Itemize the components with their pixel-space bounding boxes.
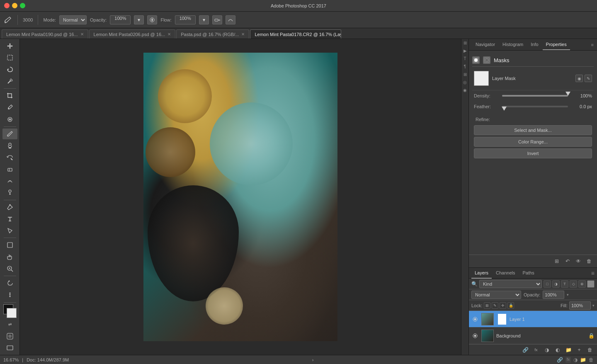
lb-mask-icon[interactable]: ◑ [542, 345, 551, 354]
filter-adjust-icon[interactable]: ◑ [552, 280, 560, 288]
filter-dot[interactable]: · [587, 280, 595, 288]
density-slider[interactable] [502, 93, 568, 99]
switch-colors-icon[interactable]: ⇄ [2, 319, 17, 330]
mask-action-2[interactable]: ✎ [585, 75, 592, 82]
target-icon[interactable]: ◉ [463, 88, 467, 92]
tab-close-2[interactable]: ✕ [241, 32, 245, 36]
masks-pixel-icon[interactable] [472, 56, 480, 64]
stamp-tool[interactable] [2, 140, 17, 151]
magic-wand-tool[interactable] [2, 76, 17, 87]
brush-tool[interactable] [2, 129, 17, 139]
tab-properties[interactable]: Properties [543, 39, 570, 50]
type-tool[interactable] [2, 214, 17, 224]
maximize-button[interactable] [20, 3, 25, 8]
status-fx-icon[interactable]: fx [565, 357, 571, 363]
filter-type-icon[interactable]: T [561, 280, 568, 288]
color-swatches[interactable] [2, 304, 17, 318]
status-link-icon[interactable]: 🔗 [557, 357, 563, 363]
mode-select[interactable]: Normal [59, 15, 87, 24]
lasso-tool[interactable] [2, 64, 17, 75]
pb-icon-grid[interactable]: ⊞ [552, 257, 561, 266]
lock-pixel-icon[interactable]: ⊞ [484, 302, 490, 309]
marquee-tool[interactable] [2, 52, 17, 63]
tab-0[interactable]: Lemon Mint Pasta0190.psd @ 16... ✕ [2, 29, 88, 39]
layer-item-background[interactable]: Background 🔒 [469, 328, 597, 344]
path-selection-tool[interactable] [2, 225, 17, 236]
status-mask-icon[interactable]: ◑ [573, 357, 578, 363]
quick-mask-icon[interactable] [2, 331, 17, 342]
blend-mode-select[interactable]: Normal [471, 291, 521, 299]
status-folder-icon[interactable]: 📁 [580, 357, 586, 363]
masks-vector-icon[interactable] [483, 56, 490, 64]
layers-menu-icon[interactable]: ≡ [591, 270, 595, 277]
brush-tool-icon[interactable] [3, 15, 12, 24]
opacity-arrow[interactable]: ▾ [567, 293, 569, 297]
blur-tool[interactable] [2, 175, 17, 186]
type-icon[interactable]: T [464, 56, 466, 61]
flow-value[interactable]: 100% [175, 15, 196, 24]
lock-draw-icon[interactable]: ✎ [492, 302, 498, 309]
lb-new-layer-icon[interactable]: + [575, 345, 584, 354]
pb-icon-eye[interactable]: 👁 [574, 257, 583, 266]
layers-tab-paths[interactable]: Paths [519, 268, 538, 279]
fill-input[interactable] [569, 301, 591, 310]
background-color[interactable] [7, 308, 17, 318]
fill-arrow[interactable]: ▾ [592, 303, 595, 308]
zoom-tool[interactable] [2, 263, 17, 274]
paragraph-icon[interactable]: ¶ [464, 64, 466, 69]
layers-tab-channels[interactable]: Channels [493, 268, 518, 279]
filter-smart-icon[interactable]: ⊕ [578, 280, 586, 288]
opacity-arrow[interactable]: ▾ [134, 15, 144, 24]
tab-close-0[interactable]: ✕ [80, 32, 84, 36]
eraser-tool[interactable] [2, 164, 17, 175]
feather-thumb[interactable] [502, 107, 507, 111]
lock-all-icon[interactable]: 🔒 [507, 302, 514, 309]
tab-navigator[interactable]: Navigator [472, 39, 498, 50]
layer1-mask-thumbnail[interactable] [497, 313, 507, 325]
tab-info[interactable]: Info [527, 39, 541, 50]
opacity-input[interactable] [543, 291, 564, 299]
status-arrow-icon[interactable]: › [312, 357, 314, 362]
hand-tool[interactable] [2, 252, 17, 262]
lb-fx-icon[interactable]: fx [531, 345, 541, 354]
airbrush-icon[interactable] [212, 15, 222, 24]
lb-delete-icon[interactable]: 🗑 [585, 345, 595, 354]
pen-tool[interactable] [2, 201, 17, 212]
tab-3[interactable]: Lemon Mint Pasta0178.CR2 @ 16.7% (Layer … [250, 29, 341, 39]
pressure-opacity-icon[interactable] [147, 15, 157, 24]
eyedropper-tool[interactable] [2, 102, 17, 113]
pb-icon-trash[interactable]: 🗑 [585, 257, 594, 266]
play-icon[interactable]: ▶ [464, 49, 467, 53]
density-thumb[interactable] [565, 92, 570, 96]
layers-filter-select[interactable]: Kind [479, 280, 542, 288]
pb-icon-back[interactable]: ↶ [563, 257, 572, 266]
select-mask-button[interactable]: Select and Mask... [474, 125, 592, 135]
tab-1[interactable]: Lemon Mint Pasta0206.psd @ 16... ✕ [89, 29, 176, 39]
lb-group-icon[interactable]: 📁 [564, 345, 573, 354]
dodge-tool[interactable] [2, 187, 17, 198]
close-button[interactable] [4, 3, 10, 8]
history-brush-tool[interactable] [2, 152, 17, 163]
circles-icon[interactable]: ◎ [463, 80, 467, 85]
tab-close-1[interactable]: ✕ [167, 32, 171, 36]
layer-item-layer1[interactable]: Layer 1 [469, 311, 597, 328]
filter-shape-icon[interactable]: ◇ [570, 280, 577, 288]
smoothing-icon[interactable] [226, 15, 235, 24]
grid-icon[interactable]: ⊞ [464, 72, 467, 77]
layer1-visibility[interactable] [471, 315, 479, 323]
mask-action-1[interactable]: ◉ [575, 75, 583, 82]
shape-tool[interactable] [2, 240, 17, 250]
flow-arrow[interactable]: ▾ [199, 15, 209, 24]
tab-2[interactable]: Pasta.psd @ 16.7% (RGB/... ✕ [176, 29, 249, 39]
lb-link-icon[interactable]: 🔗 [521, 345, 530, 354]
color-range-button[interactable]: Color Range... [474, 137, 592, 147]
invert-button[interactable]: Invert [474, 148, 592, 158]
opacity-value[interactable]: 100% [110, 15, 131, 24]
lb-adjustment-icon[interactable]: ◐ [553, 345, 562, 354]
background-visibility[interactable] [471, 332, 479, 340]
status-trash-icon[interactable]: 🗑 [589, 357, 594, 363]
move-tool[interactable] [2, 41, 17, 51]
filter-pixel-icon[interactable]: □ [544, 280, 551, 288]
feather-slider[interactable] [502, 104, 568, 109]
extra-tools-icon[interactable] [2, 289, 17, 300]
